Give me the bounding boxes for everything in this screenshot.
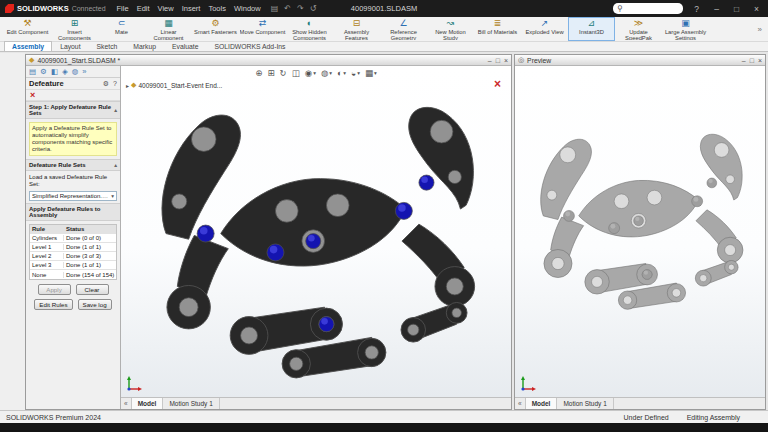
ribbon-button-assembly-features[interactable]: ⊟Assembly Features [333,17,380,41]
ribbon-button-bill-of-materials[interactable]: ≣Bill of Materials [474,17,521,41]
redo-icon[interactable]: ↷ [297,4,304,13]
ribbon-button-large-assembly-settings[interactable]: ▣Large Assembly Settings [662,17,709,41]
assembly-model[interactable] [133,92,501,394]
menu-edit[interactable]: Edit [137,4,150,13]
previous-view-icon[interactable]: ↻ [280,68,287,78]
maximize-button[interactable]: □ [730,4,743,14]
help-icon[interactable]: ? [113,80,117,88]
apply-button[interactable]: Apply [38,284,71,295]
dimxpertmanager-icon[interactable]: ◈ [62,67,68,76]
tab-sketch[interactable]: Sketch [89,41,126,51]
preview-model [525,124,757,320]
tab-evaluate[interactable]: Evaluate [164,41,206,51]
table-row[interactable]: Level 2 Done (3 of 3) [30,252,116,261]
preview-tab-bar: « Model Motion Study 1 [515,397,765,409]
document-window-titlebar[interactable]: ◆ 40099001_Start.SLDASM * – □ × [26,55,511,66]
pane-minimize-icon[interactable]: – [742,57,746,64]
ribbon-button-reference-geometry[interactable]: ∠Reference Geometry [380,17,427,41]
table-row[interactable]: Level 1 Done (1 of 1) [30,243,116,252]
clear-button[interactable]: Clear [76,284,109,295]
pane-close-icon[interactable]: × [758,57,762,64]
menu-insert[interactable]: Insert [182,4,201,13]
table-row[interactable]: Cylinders Done (0 of 0) [30,234,116,243]
ribbon-button-edit-component[interactable]: ⚒Edit Component [4,17,51,41]
tab-scroll-arrows[interactable]: « [121,398,132,409]
tab-model[interactable]: Model [526,398,558,409]
edit-rules-button[interactable]: Edit Rules [34,299,72,310]
hide-show-icon[interactable]: ◐▾ [337,68,346,78]
pane-close-icon[interactable]: × [504,57,508,64]
display-style-icon[interactable]: ◍▾ [321,68,332,78]
pane-minimize-icon[interactable]: – [488,57,492,64]
ribbon-button-label: Reference Geometry [381,29,427,40]
tab-solidworks-add-ins[interactable]: SOLIDWORKS Add-Ins [206,41,293,51]
ribbon-button-mate[interactable]: ⊂Mate [98,17,145,41]
new-motion-study-icon: ↝ [447,18,455,28]
tab-motion-study-1[interactable]: Motion Study 1 [557,398,613,409]
propertymanager-icon[interactable]: ⚙ [40,67,47,76]
ribbon-button-label: Insert Components [52,29,98,40]
menu-file[interactable]: File [117,4,129,13]
undo-icon[interactable]: ↶ [284,4,291,13]
app-titlebar: SOLIDWORKS Connected File Edit View Inse… [0,0,768,17]
rule-set-dropdown[interactable]: Simplified Representation.slddrs ▾ [29,191,117,201]
gear-icon[interactable]: ⚙ [103,80,109,88]
section-view-icon[interactable]: ◫ [292,68,300,78]
tab-layout[interactable]: Layout [52,41,88,51]
table-row[interactable]: None Done (154 of 154) [30,270,116,279]
table-row[interactable]: Level 3 Done (1 of 1) [30,261,116,270]
appearances-icon[interactable]: ◒▾ [351,68,360,78]
ribbon-button-exploded-view[interactable]: ↗Exploded View [521,17,568,41]
help-button[interactable]: ? [690,4,703,14]
displaymanager-icon[interactable]: ◍ [72,67,79,76]
manager-flyout-icon[interactable]: » [82,67,86,76]
rebuild-icon[interactable]: ↺ [310,4,317,13]
ribbon-button-smart-fasteners[interactable]: ⚙Smart Fasteners [192,17,239,41]
ribbon-button-linear-component-pattern[interactable]: ▦Linear Component Pattern [145,17,192,41]
cancel-button[interactable]: × [30,91,35,100]
menu-tools[interactable]: Tools [208,4,226,13]
graphics-area[interactable]: ⊕ ⊞ ↻ ◫ ◉▾ ◍▾ ◐▾ ◒▾ ▦▾ ▸ ◆ 40099001_Star… [121,66,511,397]
tab-markup[interactable]: Markup [125,41,164,51]
ribbon-button-new-motion-study[interactable]: ↝New Motion Study [427,17,474,41]
section-rule-sets[interactable]: Defeature Rule Sets ▴ [26,159,120,171]
confirmation-corner-cancel[interactable]: × [494,78,501,90]
ribbon-button-label: Move Component [240,29,286,40]
close-button[interactable]: × [750,4,763,14]
tab-scroll-arrows[interactable]: « [515,398,526,409]
configurationmanager-icon[interactable]: ◧ [51,67,58,76]
minimize-button[interactable]: – [710,4,723,14]
search-input[interactable] [625,5,677,12]
save-icon[interactable]: ▤ [271,4,279,13]
scene-icon[interactable]: ▦▾ [365,68,377,78]
tab-motion-study-1[interactable]: Motion Study 1 [163,398,219,409]
zoom-to-area-icon[interactable]: ⊞ [267,68,274,78]
ribbon-button-insert-components[interactable]: ⊞Insert Components [51,17,98,41]
assembly-features-icon: ⊟ [353,18,361,28]
bill-of-materials-icon: ≣ [494,18,502,28]
view-orientation-icon[interactable]: ◉▾ [305,68,316,78]
pane-restore-icon[interactable]: □ [750,57,754,64]
tab-model[interactable]: Model [132,398,164,409]
menu-window[interactable]: Window [234,4,261,13]
ribbon-button-show-hidden-components[interactable]: ◐Show Hidden Components [286,17,333,41]
pane-restore-icon[interactable]: □ [496,57,500,64]
menu-view[interactable]: View [158,4,174,13]
instant3d-icon: ⊿ [588,18,596,28]
rule-status: Done (1 of 1) [63,262,116,268]
tab-assembly[interactable]: Assembly [4,41,52,51]
ribbon-button-instant3d[interactable]: ⊿Instant3D [568,17,615,41]
section-apply-rules[interactable]: Apply Defeature Rules to Assembly [26,203,120,221]
zoom-to-fit-icon[interactable]: ⊕ [255,68,262,78]
configuration-name: 40099001_Start-Event End... [138,82,222,89]
ribbon-button-update-speedpak[interactable]: ≫Update SpeedPak [615,17,662,41]
section-step1[interactable]: Step 1: Apply Defeature Rule Sets ▴ [26,101,120,119]
preview-window-titlebar[interactable]: ◎ Preview – □ × [515,55,765,66]
featuremanager-tree-icon[interactable]: ▤ [29,67,36,76]
configuration-breadcrumb[interactable]: ▸ ◆ 40099001_Start-Event End... [126,81,222,89]
section-apply-rules-label: Apply Defeature Rules to Assembly [29,206,117,218]
ribbon-button-move-component[interactable]: ⇄Move Component [239,17,286,41]
search-box[interactable]: ⚲ [613,3,683,14]
ribbon-overflow-icon[interactable]: » [758,25,762,34]
save-log-button[interactable]: Save log [78,299,112,310]
